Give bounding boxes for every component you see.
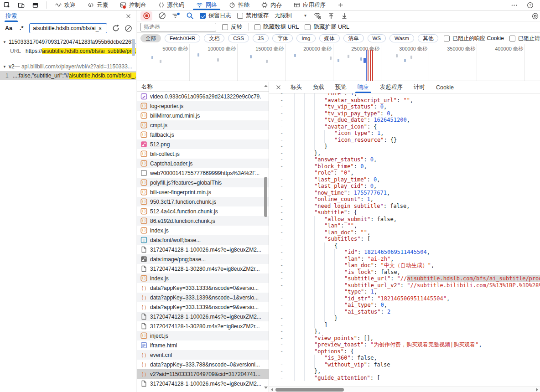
fold-marker[interactable]: - (269, 309, 294, 315)
fold-marker[interactable]: - (269, 117, 294, 124)
fold-marker[interactable]: - (269, 97, 294, 104)
request-row[interactable]: ()fallback.js (137, 130, 269, 139)
hide-extension-urls-checkbox[interactable]: 隐藏扩展 URL (305, 23, 349, 31)
fold-marker[interactable]: - (269, 110, 294, 117)
request-row[interactable]: 31720474128-1-30280.m4s?e=ig8euxZM2r... (137, 321, 269, 331)
devtools-tab-application[interactable]: 应用程序 (288, 0, 332, 10)
devtools-tab-add-tab[interactable] (332, 0, 350, 10)
fold-marker[interactable]: - (269, 124, 294, 130)
type-filter-chip[interactable]: 其他 (418, 34, 438, 42)
fold-marker[interactable]: - (269, 302, 294, 309)
search-result-match[interactable]: URLhttps://aisubtitle.hdslb.com/bfs/ai_s… (0, 46, 136, 56)
response-tab-标头[interactable]: 标头 (285, 82, 307, 93)
response-horizontal-scrollbar[interactable] (269, 386, 540, 392)
fold-marker[interactable]: - (269, 355, 294, 361)
fold-marker[interactable]: - (269, 282, 294, 289)
fold-marker[interactable]: - (269, 236, 294, 242)
checkbox-checked[interactable] (200, 13, 206, 19)
request-row[interactable]: ()data?appKey=333.1333&nscode=0&versio..… (137, 283, 269, 293)
request-row[interactable]: ()data?appKey=333.1339&nscode=9&versio..… (137, 302, 269, 312)
fold-marker[interactable]: - (269, 156, 294, 163)
import-har-icon[interactable] (327, 12, 335, 20)
devtools-tab-network[interactable]: 网络 (190, 0, 223, 10)
request-row[interactable]: iframe.html (137, 340, 269, 350)
fold-marker[interactable]: - (269, 93, 294, 97)
scroll-left-arrow[interactable] (271, 388, 273, 392)
blocked-filter-checkbox[interactable]: 已阻止请求 (509, 35, 540, 42)
fold-marker[interactable]: - (269, 216, 294, 223)
request-row[interactable]: Tdata:font/woff;base... (137, 235, 269, 245)
fold-marker[interactable]: - (269, 143, 294, 150)
fold-marker[interactable]: - (269, 209, 294, 216)
more-options-icon[interactable] (511, 2, 518, 9)
throttling-select[interactable]: 无限制 ▼ (275, 12, 307, 20)
request-row[interactable]: ()index.js (137, 226, 269, 235)
record-button[interactable] (140, 11, 152, 21)
filter-icon[interactable] (172, 12, 180, 20)
request-row[interactable]: ()CaptchaLoader.js (137, 159, 269, 168)
fold-marker[interactable]: - (269, 137, 294, 144)
fold-marker[interactable]: - (269, 190, 294, 196)
type-filter-chip[interactable]: JS (253, 34, 269, 42)
request-list-scrollbar[interactable] (263, 82, 269, 392)
fold-marker[interactable]: - (269, 348, 294, 355)
search-result-group[interactable]: ▼115033317049709317204741283fa955b6dcbe2… (0, 37, 136, 46)
type-filter-chip[interactable]: 媒体 (319, 34, 340, 42)
fold-marker[interactable]: - (269, 176, 294, 183)
fold-marker[interactable]: - (269, 361, 294, 368)
response-tab-发起程序[interactable]: 发起程序 (374, 82, 408, 93)
fold-marker[interactable]: - (269, 170, 294, 176)
export-har-icon[interactable] (341, 12, 348, 20)
hide-data-urls-checkbox[interactable]: 隐藏数据 URL (254, 23, 299, 31)
request-row[interactable]: 31720474128-1-100026.m4s?e=ig8euxZM2... (137, 312, 269, 321)
request-row[interactable]: 31720474128-1-100026.m4s?e=ig8euxZM2... (137, 245, 269, 254)
inspect-icon[interactable] (4, 2, 10, 9)
fold-marker[interactable]: - (269, 315, 294, 322)
fold-marker[interactable]: - (269, 249, 294, 256)
regex-toggle[interactable]: .* (18, 24, 25, 32)
search-result-match[interactable]: 1...:false,"subtitle_url":"//aisubtitle.… (0, 71, 136, 80)
devtools-tab-performance[interactable]: 性能 (223, 0, 255, 10)
request-row[interactable]: ()950.3cf17.function.chunk.js (137, 197, 269, 206)
fold-marker[interactable]: - (269, 196, 294, 203)
scrollbar-thumb[interactable] (275, 388, 344, 392)
fold-marker[interactable]: - (269, 322, 294, 329)
request-row[interactable]: 512.png (137, 139, 269, 149)
checkbox[interactable] (305, 24, 311, 30)
fold-marker[interactable]: - (269, 375, 294, 382)
fold-marker[interactable]: - (269, 289, 294, 295)
type-filter-chip[interactable]: Img (296, 34, 315, 42)
disable-cache-checkbox[interactable]: 禁用缓存 (237, 12, 269, 20)
search-result-group[interactable]: ▼v2 — api.bilibili.com/x/player/wbi/v2?a… (0, 62, 136, 71)
fold-marker[interactable]: - (269, 335, 294, 342)
search-scrollbar-thumb[interactable] (132, 39, 135, 56)
request-row[interactable]: ()biliMirror.umd.mini.js (137, 111, 269, 120)
checkbox[interactable] (254, 24, 260, 30)
close-search-icon[interactable] (125, 13, 131, 19)
devtools-tab-console[interactable]: 控制台 (114, 0, 152, 10)
devtools-tab-sources[interactable]: 源代码 (152, 0, 191, 10)
request-row[interactable]: ()index.js (137, 273, 269, 283)
fold-marker[interactable]: - (269, 130, 294, 137)
response-tab-预览[interactable]: 预览 (330, 82, 352, 93)
scroll-right-arrow[interactable] (536, 388, 538, 392)
match-case-toggle[interactable]: Aa (4, 24, 14, 32)
checkbox[interactable] (509, 36, 515, 41)
fold-marker[interactable]: - (269, 222, 294, 229)
response-tab-负载[interactable]: 负载 (307, 82, 330, 93)
checkbox[interactable] (444, 36, 450, 41)
fold-marker[interactable]: - (269, 242, 294, 249)
device-toolbar-icon[interactable] (18, 2, 25, 9)
type-filter-chip[interactable]: 清单 (343, 34, 364, 42)
fold-marker[interactable]: - (269, 229, 294, 236)
scroll-down-arrow[interactable] (264, 387, 268, 389)
request-row[interactable]: ()cmpt.js (137, 120, 269, 130)
request-row[interactable]: data:image/png;base... (137, 254, 269, 264)
scroll-up-arrow[interactable] (264, 85, 268, 87)
fold-marker[interactable]: - (269, 203, 294, 210)
fold-marker[interactable]: - (269, 256, 294, 263)
request-row[interactable]: ()inject.js (137, 331, 269, 340)
refresh-icon[interactable] (112, 24, 120, 32)
settings-gear-icon[interactable] (531, 12, 539, 20)
fold-marker[interactable]: - (269, 103, 294, 110)
